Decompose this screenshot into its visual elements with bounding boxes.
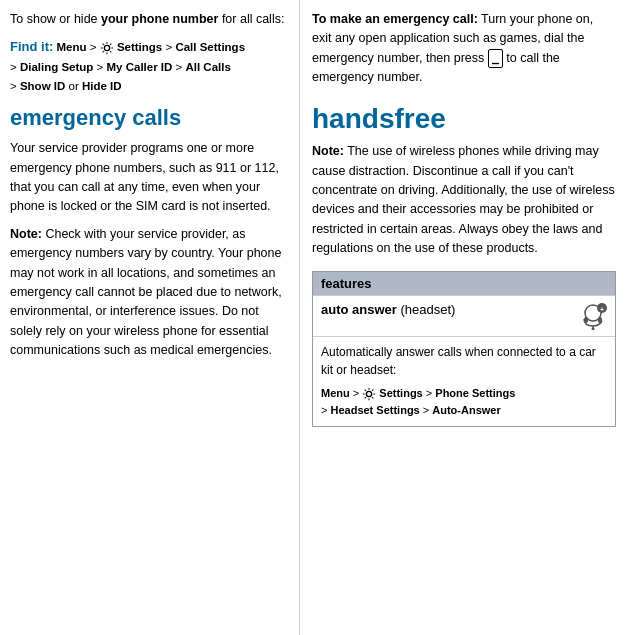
menu-item-settings: Settings bbox=[117, 41, 162, 53]
nav-gt4: > bbox=[423, 404, 432, 416]
svg-point-0 bbox=[104, 46, 109, 51]
nav-menu: Menu bbox=[321, 387, 350, 399]
nav-settings: Settings bbox=[379, 387, 422, 399]
features-box: features auto answer (headset) + bbox=[312, 271, 616, 427]
or-text: or bbox=[69, 80, 82, 92]
svg-point-8 bbox=[367, 391, 372, 396]
show-hide-intro: To show or hide your phone number for al… bbox=[10, 10, 287, 95]
auto-answer-row: auto answer (headset) + bbox=[313, 295, 615, 336]
handsfree-title: handsfree bbox=[312, 104, 616, 135]
nav-auto-answer: Auto-Answer bbox=[432, 404, 500, 416]
note-label-right: Note: bbox=[312, 144, 344, 158]
menu-item-show-id: Show ID bbox=[20, 80, 65, 92]
arrow4: > bbox=[176, 61, 186, 73]
find-it-label: Find it: bbox=[10, 39, 53, 54]
menu-path-line1: Menu > Settings > Call Settings bbox=[57, 41, 246, 53]
note-body-left: Check with your service provider, as eme… bbox=[10, 227, 282, 357]
phone-end-key: ⎯ bbox=[488, 49, 503, 68]
nav-gear-icon bbox=[362, 387, 376, 401]
auto-desc-row: Automatically answer calls when connecte… bbox=[313, 336, 615, 426]
emergency-call-block: To make an emergency call: Turn your pho… bbox=[312, 10, 616, 88]
note-body-right: The use of wireless phones while driving… bbox=[312, 144, 615, 255]
arrow1: > bbox=[90, 41, 100, 53]
gear-icon bbox=[100, 41, 114, 55]
emergency-calls-title: emergency calls bbox=[10, 105, 287, 131]
menu-item-my-caller-id: My Caller ID bbox=[107, 61, 173, 73]
find-it-block: Find it: Menu > Settings > Call S bbox=[10, 37, 287, 95]
headset-icon: + bbox=[579, 302, 607, 330]
svg-point-5 bbox=[592, 327, 595, 330]
arrow3: > bbox=[97, 61, 107, 73]
auto-answer-rest: (headset) bbox=[397, 302, 456, 317]
menu-path-line2: > Dialing Setup > My Caller ID > All Cal… bbox=[10, 61, 231, 73]
nav-phone-settings: Phone Settings bbox=[435, 387, 515, 399]
menu-item-dialing-setup: Dialing Setup bbox=[20, 61, 93, 73]
handsfree-note: Note: The use of wireless phones while d… bbox=[312, 142, 616, 258]
arrow2: > bbox=[165, 41, 175, 53]
emerg-call-bold: To make an emergency call: bbox=[312, 12, 478, 26]
menu-item-menu: Menu bbox=[57, 41, 87, 53]
right-column: To make an emergency call: Turn your pho… bbox=[300, 0, 628, 635]
intro-paragraph: To show or hide your phone number for al… bbox=[10, 10, 287, 29]
page: To show or hide your phone number for al… bbox=[0, 0, 628, 635]
auto-answer-bold: auto answer bbox=[321, 302, 397, 317]
left-column: To show or hide your phone number for al… bbox=[0, 0, 300, 635]
auto-desc-text: Automatically answer calls when connecte… bbox=[321, 343, 607, 379]
menu-item-hide-id: Hide ID bbox=[82, 80, 122, 92]
nav-gt1: > bbox=[353, 387, 362, 399]
auto-answer-label: auto answer (headset) bbox=[321, 302, 455, 317]
nav-headset-settings: Headset Settings bbox=[330, 404, 419, 416]
gt3: > bbox=[10, 80, 20, 92]
gt2: > bbox=[10, 61, 20, 73]
svg-text:+: + bbox=[600, 305, 604, 312]
menu-item-call-settings: Call Settings bbox=[175, 41, 245, 53]
note-label-left: Note: bbox=[10, 227, 42, 241]
emergency-call-text: To make an emergency call: Turn your pho… bbox=[312, 10, 616, 88]
nav-path: Menu > Settings > Phone Settings > Heads… bbox=[321, 385, 607, 420]
menu-item-all-calls: All Calls bbox=[185, 61, 230, 73]
emergency-note: Note: Check with your service provider, … bbox=[10, 225, 287, 361]
emergency-body1: Your service provider programs one or mo… bbox=[10, 139, 287, 217]
menu-path-line3: > Show ID or Hide ID bbox=[10, 80, 122, 92]
features-header: features bbox=[313, 272, 615, 295]
nav-gt2: > bbox=[426, 387, 435, 399]
